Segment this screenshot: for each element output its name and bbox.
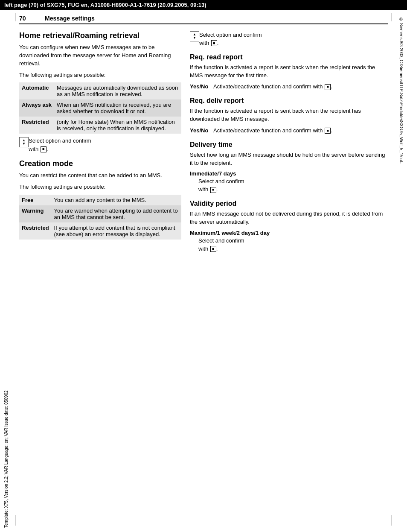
right-select-confirm-text: Select option and confirm with ■.	[199, 31, 262, 47]
req-deliv-yesno: Yes/No Activate/deactivate function and …	[190, 127, 388, 135]
setting-label: Restricted	[19, 222, 52, 240]
table-row: Always ask When an MMS notification is r…	[19, 99, 181, 117]
creation-mode-heading: Creation mode	[19, 159, 181, 168]
sidebar-right-text: © Siemens AG 2003, C:\Siemens\DTP-Satz\P…	[399, 17, 404, 164]
table-row: Restricted (only for Home state) When an…	[19, 117, 181, 134]
req-read-heading: Req. read report	[190, 53, 388, 61]
right-select-confirm-with: with	[199, 40, 209, 46]
setting-label: Free	[19, 195, 52, 205]
delivery-time-confirm: Select and confirm with ■.	[198, 178, 388, 194]
right-column: ▲ ▼ Select option and confirm with ■. Re…	[190, 31, 388, 253]
confirm-icon-req-deliv: ■	[325, 128, 331, 134]
validity-period-option-label: Maximum/1 week/2 days/1 day	[190, 230, 388, 236]
setting-desc: If you attempt to add content that is no…	[52, 222, 181, 240]
page-title: Message settings	[45, 15, 95, 22]
nav-icon-right: ▲ ▼	[190, 31, 199, 41]
req-deliv-yesno-desc: Activate/deactivate function and confirm…	[213, 127, 388, 135]
confirm-button-icon-right: ■	[211, 40, 217, 46]
top-bar-text: left page (70) of SXG75, FUG en, A31008-…	[4, 2, 206, 8]
req-deliv-intro: If the function is activated a report is…	[190, 107, 388, 123]
select-confirm-text: Select option and confirm with ■.	[29, 137, 91, 153]
confirm-button-icon: ■	[41, 146, 47, 152]
setting-desc: (only for Home state) When an MMS notifi…	[54, 117, 181, 134]
setting-desc: When an MMS notification is received, yo…	[54, 99, 181, 117]
sidebar-left: Template: X75, Version 2.2; VAR Language…	[0, 13, 12, 532]
main-content: 70 Message settings Home retrieval/Roami…	[15, 10, 392, 253]
confirm-icon-validity: ■	[210, 246, 216, 252]
home-retrieval-intro: You can configure when new MMS messages …	[19, 44, 181, 68]
table-row: Free You can add any content to the MMS.	[19, 195, 181, 205]
home-retrieval-heading: Home retrieval/Roaming retrieval	[19, 31, 181, 40]
page-number: 70	[19, 15, 32, 22]
bottom-marks	[15, 515, 392, 526]
two-col-layout: Home retrieval/Roaming retrieval You can…	[19, 31, 388, 253]
req-read-yesno-desc: Activate/deactivate function and confirm…	[213, 83, 388, 91]
creation-mode-table: Free You can add any content to the MMS.…	[19, 195, 181, 240]
down-arrow-icon: ▼	[193, 36, 196, 40]
req-deliv-heading: Req. deliv report	[190, 97, 388, 105]
req-read-yesno: Yes/No Activate/deactivate function and …	[190, 83, 388, 91]
sidebar-left-text: Template: X75, Version 2.2; VAR Language…	[4, 390, 9, 528]
delivery-time-heading: Delivery time	[190, 141, 388, 149]
home-retrieval-select-confirm: ▲ ▼ Select option and confirm with ■.	[19, 137, 181, 153]
table-row: Warning You are warned when attempting t…	[19, 205, 181, 222]
top-bar: left page (70) of SXG75, FUG en, A31008-…	[0, 0, 407, 10]
confirm-icon-req-read: ■	[325, 84, 331, 90]
left-column: Home retrieval/Roaming retrieval You can…	[19, 31, 181, 253]
validity-period-heading: Validity period	[190, 200, 388, 208]
setting-label: Always ask	[19, 99, 54, 117]
table-row: Restricted If you attempt to add content…	[19, 222, 181, 240]
select-confirm-with: with	[29, 146, 38, 152]
bottom-mark-right	[392, 515, 392, 526]
setting-label: Automatic	[19, 82, 54, 99]
req-deliv-yesno-label: Yes/No	[190, 127, 213, 135]
creation-mode-settings-intro: The following settings are possible:	[19, 183, 181, 191]
req-read-intro: If the function is activated a report is…	[190, 64, 388, 80]
setting-desc: You can add any content to the MMS.	[52, 195, 181, 205]
creation-mode-intro: You can restrict the content that can be…	[19, 172, 181, 180]
right-select-confirm-label: Select option and confirm	[199, 32, 262, 38]
confirm-icon-delivery: ■	[210, 187, 216, 193]
sidebar-right: © Siemens AG 2003, C:\Siemens\DTP-Satz\P…	[395, 13, 407, 532]
right-nav-select-confirm: ▲ ▼ Select option and confirm with ■.	[190, 31, 388, 47]
setting-label: Warning	[19, 205, 52, 222]
table-row: Automatic Messages are automatically dow…	[19, 82, 181, 99]
req-read-yesno-label: Yes/No	[190, 83, 213, 91]
delivery-time-option-label: Immediate/7 days	[190, 170, 388, 177]
nav-icon: ▲ ▼	[19, 137, 29, 147]
page-header: 70 Message settings	[19, 10, 388, 24]
validity-period-intro: If an MMS message could not be delivered…	[190, 210, 388, 226]
setting-desc: You are warned when attempting to add co…	[52, 205, 181, 222]
validity-period-confirm: Select and confirm with ■.	[198, 237, 388, 253]
home-retrieval-table: Automatic Messages are automatically dow…	[19, 82, 181, 134]
home-retrieval-settings-intro: The following settings are possible:	[19, 71, 181, 79]
bottom-mark-left	[15, 515, 15, 526]
setting-desc: Messages are automatically downloaded as…	[54, 82, 181, 99]
down-arrow-icon: ▼	[22, 142, 26, 146]
delivery-time-intro: Select how long an MMS message should be…	[190, 151, 388, 167]
select-confirm-label: Select option and confirm	[29, 137, 91, 144]
setting-label: Restricted	[19, 117, 54, 134]
